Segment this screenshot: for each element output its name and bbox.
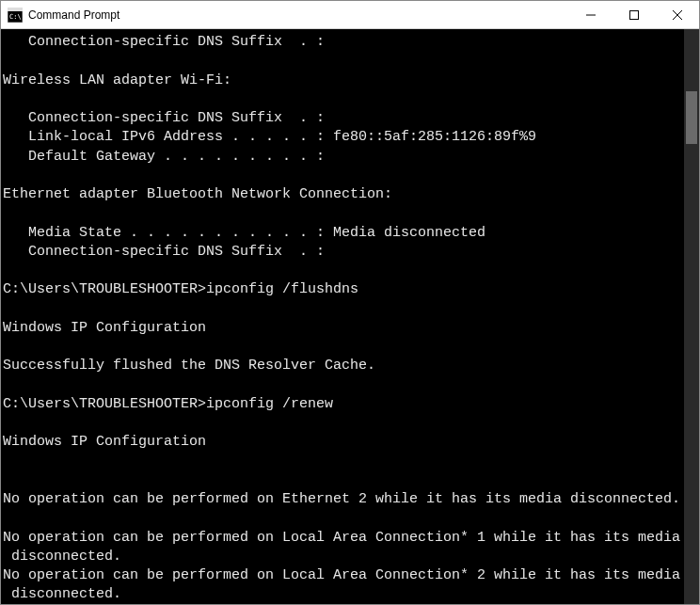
console-output[interactable]: Connection-specific DNS Suffix . : Wirel… — [1, 29, 684, 604]
svg-text:C:\: C:\ — [9, 13, 22, 21]
svg-rect-4 — [630, 10, 639, 19]
scrollbar-thumb[interactable] — [686, 91, 697, 144]
command-prompt-window: C:\ Command Prompt Connection-specific D… — [0, 0, 700, 605]
vertical-scrollbar[interactable] — [684, 29, 699, 604]
console-area: Connection-specific DNS Suffix . : Wirel… — [1, 29, 699, 604]
cmd-icon: C:\ — [8, 8, 23, 23]
window-title: Command Prompt — [28, 8, 569, 22]
maximize-button[interactable] — [612, 1, 656, 28]
window-controls — [569, 1, 699, 28]
svg-rect-1 — [8, 8, 23, 11]
minimize-button[interactable] — [569, 1, 612, 28]
titlebar[interactable]: C:\ Command Prompt — [1, 1, 699, 29]
close-button[interactable] — [656, 1, 699, 28]
